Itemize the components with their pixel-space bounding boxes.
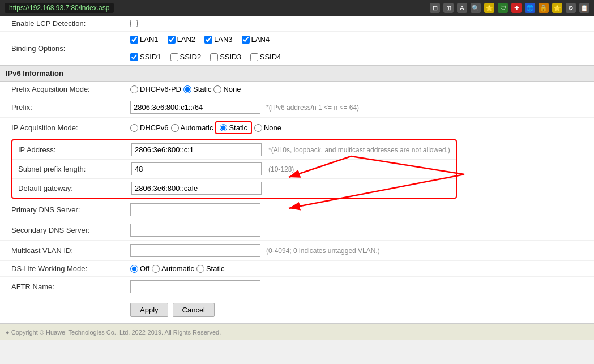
lan4-checkbox[interactable] (242, 36, 250, 44)
prefix-acquisition-mode-row: Prefix Acquisition Mode: DHCPv6-PD Stati… (0, 82, 594, 97)
checkbox-lan2: LAN2 (168, 35, 196, 44)
checkbox-lan4: LAN4 (242, 35, 270, 44)
secondary-dns-row: Secondary DNS Server: (0, 220, 594, 241)
prefix-input[interactable] (130, 101, 260, 114)
aftr-name-input[interactable] (130, 280, 260, 293)
radio-prefix-static: Static (183, 85, 212, 93)
binding-checkboxes: LAN1 LAN2 LAN3 LAN4 (130, 35, 270, 44)
prefix-row: Prefix: *(IPv6 address/n 1 <= n <= 64) (0, 97, 594, 118)
lan2-checkbox[interactable] (168, 36, 176, 44)
radio-automatic-input[interactable] (171, 124, 179, 132)
radio-dhcpv6: DHCPv6 (130, 123, 169, 132)
ssid4-checkbox[interactable] (250, 53, 258, 61)
subnet-prefix-input[interactable] (131, 162, 262, 175)
subnet-prefix-row: Subnet prefix length: (10-128) (12, 160, 456, 179)
default-gateway-input[interactable] (131, 182, 262, 195)
radio-ds-off-input[interactable] (130, 265, 138, 273)
radio-ds-static-input[interactable] (196, 265, 204, 273)
radio-automatic: Automatic (171, 123, 213, 132)
ssid3-checkbox[interactable] (210, 53, 218, 61)
ip-acquisition-mode-label: IP Acquisition Mode: (11, 123, 130, 132)
apply-button[interactable]: Apply (130, 303, 168, 317)
checkbox-ssid2: SSID2 (170, 53, 202, 61)
ds-lite-label: DS-Lite Working Mode: (11, 264, 130, 273)
checkbox-ssid1: SSID1 (130, 53, 161, 61)
radio-ds-static: Static (196, 264, 225, 273)
ssid3-label: SSID3 (220, 53, 241, 61)
radio-ds-off: Off (130, 264, 149, 273)
browser-icon-10[interactable]: ⭐ (552, 3, 562, 13)
lan1-label: LAN1 (140, 35, 159, 44)
cancel-button[interactable]: Cancel (173, 303, 215, 317)
radio-prefix-none-label: None (223, 85, 241, 93)
ip-acquisition-mode-options: DHCPv6 Automatic Static None (130, 121, 281, 134)
radio-ip-static-label: Static (229, 123, 247, 132)
radio-prefix-none: None (213, 85, 241, 93)
ipv6-section-header: IPv6 Information (0, 65, 594, 82)
browser-icon-7[interactable]: ✚ (511, 3, 522, 13)
radio-ds-automatic-input[interactable] (152, 265, 160, 273)
lan2-label: LAN2 (177, 35, 196, 44)
browser-icon-8[interactable]: 🌐 (525, 3, 535, 13)
bottom-bar: ● Copyright © Huawei Technologies Co., L… (0, 323, 594, 340)
subnet-prefix-label: Subnet prefix length: (18, 165, 131, 173)
prefix-acquisition-mode-options: DHCPv6-PD Static None (130, 85, 241, 93)
enable-lcp-value (130, 20, 138, 27)
checkbox-lan3: LAN3 (204, 35, 233, 44)
browser-icon-1[interactable]: ⊡ (430, 3, 440, 13)
multicast-vlan-value: (0-4094; 0 indicates untagged VLAN.) (130, 244, 380, 257)
enable-lcp-label: Enable LCP Detection: (11, 19, 130, 28)
multicast-vlan-input[interactable] (130, 244, 260, 257)
radio-dhcpv6-input[interactable] (130, 124, 138, 132)
radio-ds-automatic-label: Automatic (161, 264, 194, 273)
radio-prefix-static-input[interactable] (183, 85, 191, 93)
page-wrapper: Enable LCP Detection: Binding Options: L… (0, 16, 594, 340)
prefix-acquisition-mode-label: Prefix Acquisition Mode: (11, 85, 130, 93)
default-gateway-row: Default gateway: (12, 179, 456, 198)
browser-url[interactable]: https://192.168.93.7:80/index.asp (5, 3, 114, 13)
radio-automatic-label: Automatic (181, 123, 213, 132)
primary-dns-value (130, 203, 260, 216)
ip-acquisition-mode-row: IP Acquisition Mode: DHCPv6 Automatic St… (0, 118, 594, 138)
default-gateway-value (131, 182, 262, 195)
lan3-label: LAN3 (214, 35, 233, 44)
browser-icon-9[interactable]: 🔒 (539, 3, 549, 13)
radio-ip-none-label: None (264, 123, 281, 132)
browser-icon-11[interactable]: ⚙ (566, 3, 576, 13)
lan3-checkbox[interactable] (204, 36, 212, 44)
browser-icon-6[interactable]: 🛡 (498, 3, 508, 13)
primary-dns-label: Primary DNS Server: (11, 205, 130, 214)
ip-address-input[interactable] (131, 143, 262, 156)
browser-icon-2[interactable]: ⊞ (443, 3, 454, 13)
secondary-dns-input[interactable] (130, 224, 260, 237)
ssid1-checkbox[interactable] (130, 53, 138, 61)
browser-icons: ⊡ ⊞ A 🔍 ⭐ 🛡 ✚ 🌐 🔒 ⭐ ⚙ 📋 (430, 3, 589, 13)
aftr-name-row: AFTR Name: (0, 277, 594, 297)
lan1-checkbox[interactable] (130, 36, 138, 44)
ip-address-value: *(All 0s, loopback, and multicast addres… (131, 143, 450, 156)
ip-address-hint: *(All 0s, loopback, and multicast addres… (268, 146, 450, 154)
multicast-vlan-hint: (0-4094; 0 indicates untagged VLAN.) (266, 247, 380, 255)
radio-prefix-none-input[interactable] (213, 85, 221, 93)
primary-dns-row: Primary DNS Server: (0, 200, 594, 220)
prefix-hint: *(IPv6 address/n 1 <= n <= 64) (266, 104, 359, 112)
browser-icon-4[interactable]: 🔍 (471, 3, 481, 13)
ip-fields-highlight-box: IP Address: *(All 0s, loopback, and mult… (11, 139, 457, 199)
ssid2-checkbox[interactable] (170, 53, 178, 61)
radio-dhcpv6pd-input[interactable] (130, 85, 138, 93)
primary-dns-input[interactable] (130, 203, 260, 216)
browser-icon-5[interactable]: ⭐ (484, 3, 494, 13)
browser-icon-12[interactable]: 📋 (579, 3, 589, 13)
radio-ip-none-input[interactable] (254, 124, 262, 132)
subnet-prefix-hint: (10-128) (268, 165, 294, 173)
ds-lite-options: Off Automatic Static (130, 264, 224, 273)
enable-lcp-row: Enable LCP Detection: (0, 16, 594, 32)
ds-lite-row: DS-Lite Working Mode: Off Automatic Stat… (0, 261, 594, 277)
browser-icon-3[interactable]: A (457, 3, 467, 13)
radio-ds-static-label: Static (206, 264, 225, 273)
default-gateway-label: Default gateway: (18, 184, 131, 192)
ssid2-label: SSID2 (180, 53, 202, 61)
prefix-label: Prefix: (11, 103, 130, 112)
enable-lcp-checkbox[interactable] (130, 20, 138, 27)
radio-ip-static-input[interactable] (220, 124, 227, 131)
